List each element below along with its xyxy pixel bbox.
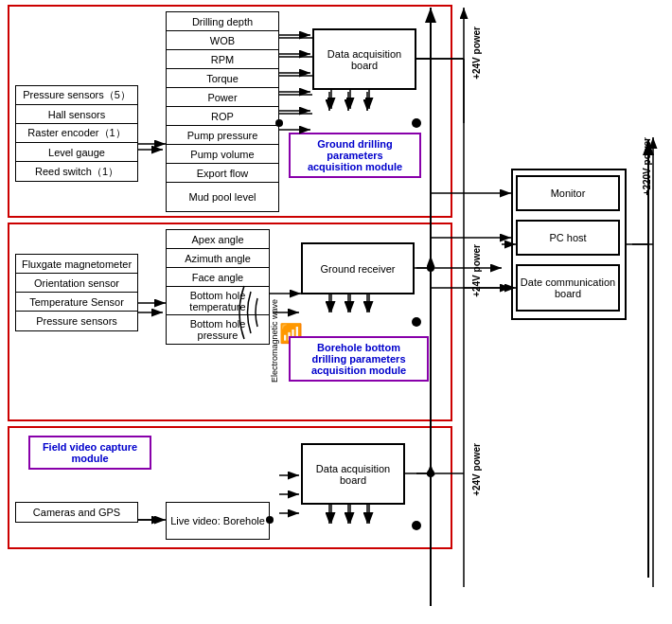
top-module-label: Ground drillingparametersacquisition mod… — [289, 133, 421, 178]
top-sensors-list: Pressure sensors（5） Hall sensors Raster … — [15, 85, 138, 182]
param-item: Mud pool level — [167, 183, 278, 211]
middle-sensors-list: Fluxgate magnetometer Orientation sensor… — [15, 254, 138, 331]
top-daq-box: Data acquisition board — [312, 28, 416, 90]
sensor-item: Pressure sensors — [16, 312, 137, 330]
param-item: Power — [167, 88, 278, 107]
param-item: Pump pressure — [167, 126, 278, 145]
param-item: Export flow — [167, 164, 278, 183]
sensor-item: Reed switch（1） — [16, 162, 137, 181]
param-item: RPM — [167, 50, 278, 69]
param-item: WOB — [167, 31, 278, 50]
bottom-module-label: Field video capturemodule — [28, 436, 151, 470]
sensor-item: Pressure sensors（5） — [16, 86, 137, 105]
param-item: Live video: Borehole — [167, 503, 269, 539]
top-power-label: +24V power — [451, 27, 503, 81]
sensor-item: Temperature Sensor — [16, 293, 137, 312]
middle-power-label: +24V power — [451, 244, 503, 299]
sensor-item: Hall sensors — [16, 105, 137, 124]
sensor-item: Fluxgate magnetometer — [16, 255, 137, 274]
top-params-list: Drilling depth WOB RPM Torque Power ROP … — [166, 11, 279, 212]
ground-receiver-box: Ground receiver — [301, 242, 415, 294]
sensor-item: Orientation sensor — [16, 274, 137, 293]
param-item: Torque — [167, 69, 278, 88]
middle-module-label: Borehole bottomdrilling parametersacquis… — [289, 336, 429, 382]
param-item: Azimuth angle — [167, 249, 269, 268]
param-item: Apex angle — [167, 230, 269, 249]
sensor-item: Level gauge — [16, 143, 137, 162]
monitor-box: Monitor — [516, 175, 620, 211]
bottom-daq-box: Data acquisition board — [301, 443, 405, 505]
param-item: Pump volume — [167, 145, 278, 164]
param-item: Drilling depth — [167, 12, 278, 31]
bottom-sensors-list: Cameras and GPS — [15, 502, 138, 523]
middle-params-list: Apex angle Azimuth angle Face angle Bott… — [166, 229, 270, 345]
param-item: ROP — [167, 107, 278, 126]
sensor-item: Raster encoder（1） — [16, 124, 137, 143]
param-item: Face angle — [167, 268, 269, 287]
sensor-item: Cameras and GPS — [16, 503, 137, 522]
param-item: Bottom hole temperature — [167, 287, 269, 315]
bottom-params-list: Live video: Borehole — [166, 502, 270, 540]
comm-board-box: Date communication board — [516, 264, 620, 312]
bottom-power-label: +24V power — [451, 443, 503, 498]
right-power-label: +220V power — [623, 137, 670, 197]
pc-host-box: PC host — [516, 220, 620, 256]
param-item: Bottom hole pressure — [167, 315, 269, 344]
diagram: Pressure sensors（5） Hall sensors Raster … — [0, 0, 672, 624]
